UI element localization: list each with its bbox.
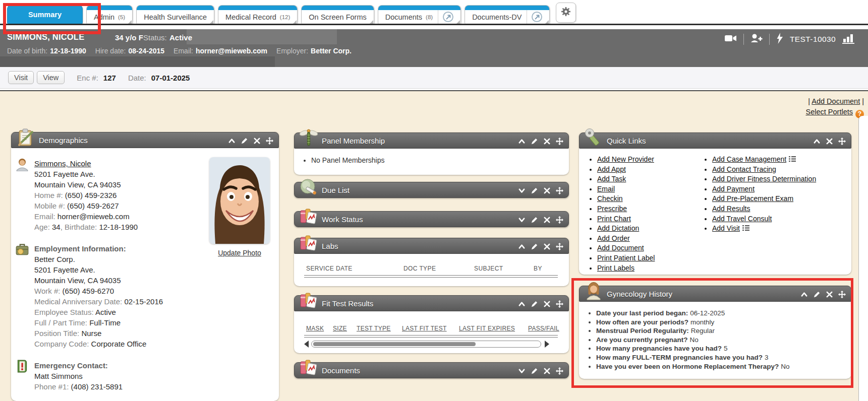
quick-link[interactable]: Add Driver Fitness Determination xyxy=(712,175,816,183)
open-in-new-window-button[interactable] xyxy=(438,10,453,24)
quick-link-item[interactable]: Add Document xyxy=(597,243,694,253)
column-header[interactable]: LAST FIT TEST xyxy=(402,325,447,332)
quick-link-item[interactable]: Add Travel Consult xyxy=(712,214,816,224)
right-scroll-gutter[interactable] xyxy=(858,116,868,401)
quick-link[interactable]: Email xyxy=(597,185,615,193)
quick-link-item[interactable]: Email xyxy=(597,184,694,194)
edit-icon[interactable] xyxy=(531,367,538,375)
chart-tab[interactable]: Documents (8) xyxy=(378,5,461,24)
quick-link-item[interactable]: Add Results xyxy=(712,204,816,214)
quick-link[interactable]: Add Travel Consult xyxy=(712,215,772,223)
quick-link-item[interactable]: Print Labels xyxy=(597,263,694,274)
quick-link[interactable]: Add Dictation xyxy=(597,224,639,232)
quick-link[interactable]: Add Order xyxy=(597,234,630,242)
list-view-icon[interactable] xyxy=(742,224,749,232)
quick-link-item[interactable]: Add Order xyxy=(597,234,694,244)
close-icon[interactable] xyxy=(543,367,551,375)
move-icon[interactable] xyxy=(556,300,563,308)
chart-tab[interactable]: Summary xyxy=(7,5,83,24)
column-header[interactable]: SERVICE DATE xyxy=(306,265,403,272)
quick-link-item[interactable]: Add Driver Fitness Determination xyxy=(712,174,816,184)
quick-link-item[interactable]: Add Case Management xyxy=(712,155,816,165)
move-icon[interactable] xyxy=(556,216,563,224)
lightning-icon[interactable] xyxy=(776,33,783,46)
move-icon[interactable] xyxy=(266,137,273,145)
quick-link-item[interactable]: Prescribe xyxy=(597,204,694,214)
video-camera-icon[interactable] xyxy=(725,34,737,44)
chart-tab[interactable]: Medical Record (12) xyxy=(218,5,298,24)
column-header[interactable]: SUBJECT xyxy=(474,265,534,272)
view-button[interactable]: View xyxy=(37,71,65,84)
quick-link[interactable]: Prescribe xyxy=(597,205,627,213)
bar-chart-icon[interactable] xyxy=(842,33,855,46)
close-icon[interactable] xyxy=(253,137,261,145)
edit-icon[interactable] xyxy=(813,291,821,298)
collapse-icon[interactable] xyxy=(228,137,236,145)
close-icon[interactable] xyxy=(826,291,833,298)
quick-link[interactable]: Add Results xyxy=(712,205,750,213)
move-icon[interactable] xyxy=(556,138,563,145)
chart-tab[interactable]: Admin (5) xyxy=(86,5,133,24)
quick-link-item[interactable]: Checkin xyxy=(597,194,694,204)
quick-link[interactable]: Print Patient Label xyxy=(597,254,655,262)
list-view-icon[interactable] xyxy=(789,155,796,163)
column-header[interactable]: PASS/FAIL xyxy=(528,325,559,332)
quick-link[interactable]: Add Contact Tracing xyxy=(712,165,776,173)
collapse-icon[interactable] xyxy=(518,138,526,145)
expand-icon[interactable] xyxy=(518,367,526,375)
quick-link-item[interactable]: Add Contact Tracing xyxy=(712,165,816,175)
quick-link[interactable]: Print Labels xyxy=(597,264,634,272)
quick-link[interactable]: Print Chart xyxy=(597,215,631,223)
edit-icon[interactable] xyxy=(531,243,538,250)
quick-link-item[interactable]: Add Visit xyxy=(712,224,816,234)
expand-icon[interactable] xyxy=(518,216,526,224)
edit-icon[interactable] xyxy=(531,300,538,308)
quick-link[interactable]: Add Payment xyxy=(712,185,755,193)
edit-icon[interactable] xyxy=(531,187,538,194)
chart-tab[interactable]: Documents-DV xyxy=(465,5,550,24)
scroll-left-arrow[interactable] xyxy=(304,341,309,348)
column-header[interactable]: LAST FIT EXPIRES xyxy=(459,325,515,332)
edit-icon[interactable] xyxy=(531,138,538,145)
edit-icon[interactable] xyxy=(241,137,248,145)
move-icon[interactable] xyxy=(556,187,563,194)
chart-tab[interactable]: Health Surveillance xyxy=(136,5,214,24)
quick-link-item[interactable]: Add Appt xyxy=(597,165,694,175)
quick-link[interactable]: Add Pre-Placement Exam xyxy=(712,194,793,203)
quick-link[interactable]: Add Case Management xyxy=(712,155,786,163)
add-document-link[interactable]: Add Document xyxy=(812,97,860,105)
horizontal-scrollbar[interactable] xyxy=(311,341,541,348)
expand-icon[interactable] xyxy=(518,187,526,194)
quick-link-item[interactable]: Add Dictation xyxy=(597,224,694,234)
quick-link-item[interactable]: Add Task xyxy=(597,174,694,184)
quick-link[interactable]: Add Visit xyxy=(712,224,740,232)
column-header[interactable]: MASK xyxy=(306,325,324,332)
move-icon[interactable] xyxy=(556,367,563,375)
column-header[interactable]: SIZE xyxy=(333,325,347,332)
quick-link-item[interactable]: Print Chart xyxy=(597,214,694,224)
close-icon[interactable] xyxy=(543,138,551,145)
move-icon[interactable] xyxy=(838,291,846,298)
close-icon[interactable] xyxy=(543,243,551,250)
quick-link[interactable]: Add Task xyxy=(597,175,626,183)
close-icon[interactable] xyxy=(543,300,551,308)
close-icon[interactable] xyxy=(826,138,833,145)
update-photo-link[interactable]: Update Photo xyxy=(209,249,270,257)
collapse-icon[interactable] xyxy=(518,300,526,308)
collapse-icon[interactable] xyxy=(518,243,526,250)
collapse-icon[interactable] xyxy=(800,291,808,298)
collapse-icon[interactable] xyxy=(813,138,821,145)
quick-link[interactable]: Checkin xyxy=(597,194,623,203)
quick-link-item[interactable]: Print Patient Label xyxy=(597,253,694,263)
add-person-icon[interactable] xyxy=(750,34,763,45)
visit-button[interactable]: Visit xyxy=(8,71,34,84)
quick-link[interactable]: Add New Provider xyxy=(597,155,654,163)
scroll-right-arrow[interactable] xyxy=(545,341,549,348)
open-in-new-window-button[interactable] xyxy=(527,10,542,24)
column-header[interactable]: BY xyxy=(534,265,542,272)
quick-link-item[interactable]: Add Pre-Placement Exam xyxy=(712,194,816,204)
close-icon[interactable] xyxy=(543,187,551,194)
chart-tab[interactable]: On Screen Forms xyxy=(301,5,374,24)
edit-icon[interactable] xyxy=(531,216,538,224)
select-portlets-link[interactable]: Select Portlets xyxy=(806,108,853,116)
